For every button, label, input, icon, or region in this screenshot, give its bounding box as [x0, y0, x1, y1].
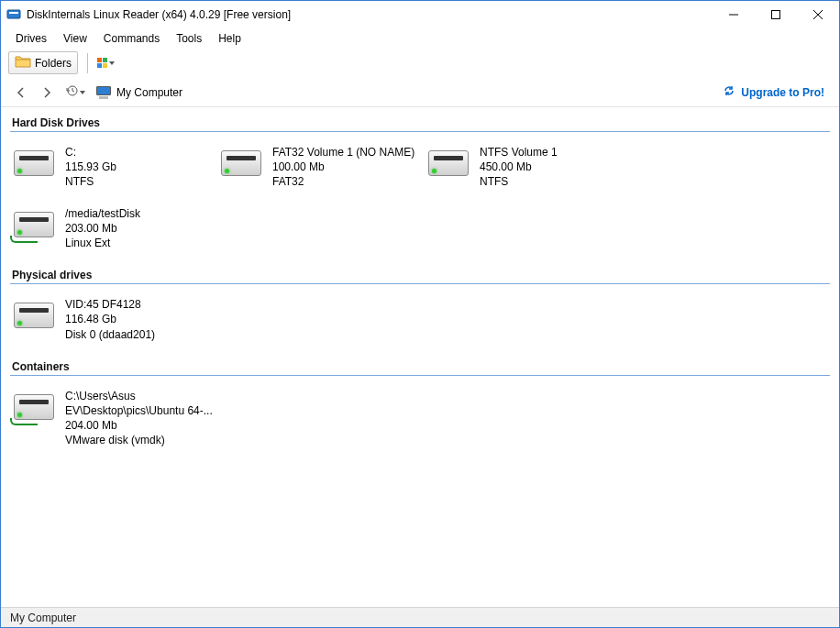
drive-fs: Linux Ext — [65, 236, 140, 250]
drive-icon — [12, 391, 56, 424]
app-window: DiskInternals Linux Reader (x64) 4.0.29 … — [0, 0, 840, 628]
hdd-grid: C: 115.93 Gb NTFS FAT32 Volume 1 (NO NAM… — [10, 141, 830, 263]
drive-icon — [12, 147, 56, 180]
close-button[interactable] — [797, 1, 839, 28]
menu-help[interactable]: Help — [211, 30, 249, 47]
drive-info: NTFS Volume 1 450.00 Mb NTFS — [480, 145, 558, 190]
menu-drives[interactable]: Drives — [8, 30, 54, 47]
back-button[interactable] — [10, 82, 32, 104]
drive-fs: NTFS — [480, 174, 558, 189]
cont-grid: C:\Users\Asus EV\Desktop\pics\Ubuntu 64-… — [10, 385, 830, 461]
drive-item[interactable]: NTFS Volume 1 450.00 Mb NTFS — [425, 141, 632, 203]
drive-name: /media/testDisk — [65, 206, 140, 221]
drive-info: VID:45 DF4128 116.48 Gb Disk 0 (ddaad201… — [65, 297, 155, 342]
drive-icon — [426, 147, 470, 180]
drive-size: 116.48 Gb — [65, 312, 155, 326]
history-icon — [65, 84, 78, 100]
svg-rect-1 — [9, 12, 18, 14]
drive-item[interactable]: C:\Users\Asus EV\Desktop\pics\Ubuntu 64-… — [10, 385, 217, 461]
menu-view[interactable]: View — [56, 30, 94, 47]
window-controls — [713, 1, 839, 28]
refresh-icon — [723, 84, 735, 100]
drive-size: 203.00 Mb — [65, 221, 140, 236]
drive-name: FAT32 Volume 1 (NO NAME) — [272, 145, 414, 160]
forward-button[interactable] — [36, 82, 58, 104]
svg-rect-0 — [7, 10, 20, 18]
content-area: Hard Disk Drives C: 115.93 Gb NTFS FAT32… — [1, 107, 839, 607]
drive-item[interactable]: VID:45 DF4128 116.48 Gb Disk 0 (ddaad201… — [10, 293, 217, 355]
drive-item[interactable]: C: 115.93 Gb NTFS — [10, 141, 217, 203]
toolbar-divider — [87, 53, 88, 73]
grid-icon — [97, 58, 107, 68]
title-bar: DiskInternals Linux Reader (x64) 4.0.29 … — [1, 1, 839, 28]
section-hdd-header: Hard Disk Drives — [10, 111, 830, 132]
menu-commands[interactable]: Commands — [96, 30, 167, 47]
drive-info: /media/testDisk 203.00 Mb Linux Ext — [65, 206, 140, 251]
svg-rect-3 — [772, 11, 780, 19]
status-text: My Computer — [10, 611, 76, 624]
drive-name: NTFS Volume 1 — [480, 145, 558, 160]
drive-size: 450.00 Mb — [480, 160, 558, 174]
app-icon — [6, 7, 21, 22]
drive-fs: NTFS — [65, 174, 116, 189]
drive-name: VID:45 DF4128 — [65, 297, 155, 312]
menu-bar: Drives View Commands Tools Help — [1, 28, 839, 49]
drive-info: C:\Users\Asus EV\Desktop\pics\Ubuntu 64-… — [65, 389, 216, 448]
drive-info: FAT32 Volume 1 (NO NAME) 100.00 Mb FAT32 — [272, 145, 414, 190]
drive-info: C: 115.93 Gb NTFS — [65, 145, 116, 190]
window-title: DiskInternals Linux Reader (x64) 4.0.29 … — [27, 8, 713, 21]
folders-label: Folders — [35, 57, 72, 70]
drive-size: 115.93 Gb — [65, 160, 116, 174]
drive-icon — [12, 208, 56, 241]
drive-size: 204.00 Mb — [65, 418, 216, 433]
drive-fs: VMware disk (vmdk) — [65, 433, 216, 447]
status-bar: My Computer — [1, 607, 839, 627]
drive-item[interactable]: FAT32 Volume 1 (NO NAME) 100.00 Mb FAT32 — [217, 141, 425, 203]
drive-fs: Disk 0 (ddaad201) — [65, 327, 155, 342]
drive-icon — [12, 299, 56, 332]
drive-name: C:\Users\Asus EV\Desktop\pics\Ubuntu 64-… — [65, 389, 216, 418]
upgrade-link[interactable]: Upgrade to Pro! — [723, 84, 830, 100]
view-mode-button[interactable] — [97, 58, 115, 68]
computer-icon — [96, 86, 111, 99]
history-button[interactable] — [65, 84, 85, 100]
drive-fs: FAT32 — [272, 174, 414, 189]
folder-icon — [15, 54, 31, 72]
menu-tools[interactable]: Tools — [169, 30, 209, 47]
section-cont-header: Containers — [10, 355, 830, 376]
drive-item[interactable]: /media/testDisk 203.00 Mb Linux Ext — [10, 203, 217, 264]
nav-bar: My Computer Upgrade to Pro! — [1, 78, 839, 107]
chevron-down-icon — [80, 91, 85, 94]
drive-name: C: — [65, 145, 116, 160]
upgrade-label: Upgrade to Pro! — [741, 86, 824, 99]
chevron-down-icon — [109, 61, 115, 65]
minimize-button[interactable] — [713, 1, 755, 28]
toolbar: Folders — [1, 49, 839, 78]
breadcrumb-location: My Computer — [116, 86, 182, 99]
breadcrumb[interactable]: My Computer — [96, 86, 719, 99]
drive-icon — [219, 147, 263, 180]
folders-button[interactable]: Folders — [8, 51, 78, 74]
phys-grid: VID:45 DF4128 116.48 Gb Disk 0 (ddaad201… — [10, 293, 830, 355]
maximize-button[interactable] — [755, 1, 797, 28]
section-phys-header: Physical drives — [10, 263, 830, 284]
drive-size: 100.00 Mb — [272, 160, 414, 174]
